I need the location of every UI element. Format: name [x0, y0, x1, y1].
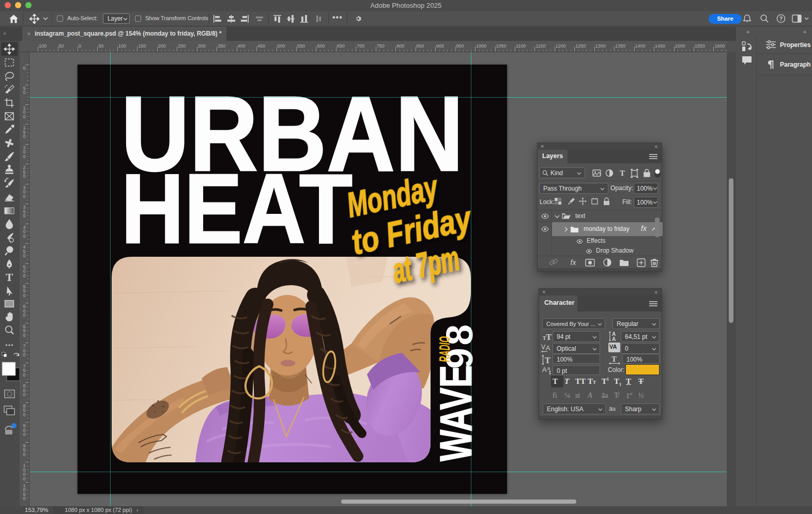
- svg-text:HEAT: HEAT: [121, 153, 353, 264]
- svg-text:T: T: [6, 271, 13, 284]
- svg-text:V: V: [541, 344, 545, 351]
- svg-text:fx: fx: [571, 258, 577, 267]
- svg-text:A: A: [546, 345, 550, 352]
- svg-text:A: A: [612, 336, 616, 342]
- svg-text:T: T: [620, 169, 625, 177]
- svg-text:T: T: [546, 332, 552, 341]
- svg-text:RADIO: RADIO: [436, 336, 453, 362]
- svg-text:A: A: [542, 366, 547, 373]
- svg-text:?: ?: [779, 15, 783, 22]
- svg-text:T: T: [545, 356, 550, 365]
- svg-text:a: a: [547, 366, 550, 371]
- svg-text:WAVE: WAVE: [430, 365, 481, 461]
- svg-text:T: T: [611, 355, 617, 363]
